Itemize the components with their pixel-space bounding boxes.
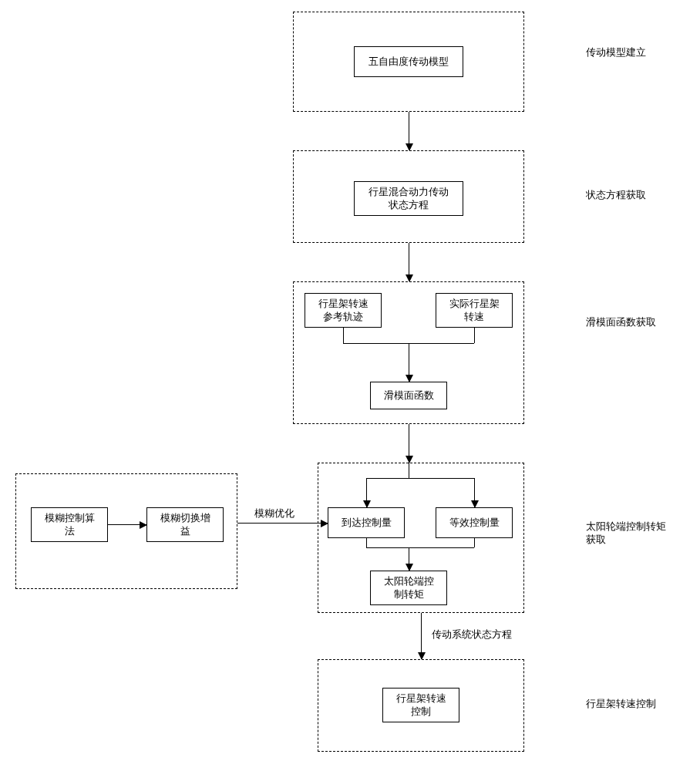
arrow-fuzzy-reach xyxy=(237,523,328,524)
conn-s4-merge-h xyxy=(366,547,474,548)
label-stage1: 传动模型建立 xyxy=(586,46,646,59)
arrow-s3-s4 xyxy=(409,424,409,463)
box-state-equation: 行星混合动力传动 状态方程 xyxy=(354,181,463,216)
arrow-s4-s5 xyxy=(421,613,422,659)
arrow-s4-top-right xyxy=(474,478,475,507)
arrow-s1-s2 xyxy=(409,112,409,150)
box-five-dof-model: 五自由度传动模型 xyxy=(354,46,463,77)
label-stage2: 状态方程获取 xyxy=(586,189,646,202)
conn-s4-right-v xyxy=(474,538,475,547)
arrow-s2-s3 xyxy=(409,243,409,281)
arrow-s4-merge xyxy=(409,547,409,571)
conn-s3-right-v xyxy=(474,328,475,343)
conn-s4-left-v xyxy=(366,538,367,547)
box-fuzzy-algorithm: 模糊控制算 法 xyxy=(31,507,108,542)
label-stage4: 太阳轮端控制转矩 获取 xyxy=(586,520,666,547)
label-stage5: 行星架转速控制 xyxy=(586,698,656,711)
arrow-s4-top-left xyxy=(366,478,367,507)
label-stage3: 滑模面函数获取 xyxy=(586,316,656,329)
box-carrier-speed-control: 行星架转速 控制 xyxy=(382,688,459,722)
label-fuzzy-optimize: 模糊优化 xyxy=(254,507,294,520)
conn-s4-split-v xyxy=(409,463,409,478)
box-sliding-surface: 滑模面函数 xyxy=(370,382,447,409)
conn-s4-split-h xyxy=(366,478,474,479)
box-equivalent-control: 等效控制量 xyxy=(436,507,513,538)
box-fuzzy-gain: 模糊切换增 益 xyxy=(146,507,224,542)
box-reaching-control: 到达控制量 xyxy=(328,507,405,538)
box-sun-torque: 太阳轮端控 制转矩 xyxy=(370,571,447,605)
conn-s3-left-v xyxy=(343,328,344,343)
label-state-eq-side: 传动系统状态方程 xyxy=(432,628,512,641)
box-ref-trajectory: 行星架转速 参考轨迹 xyxy=(305,293,382,328)
box-actual-speed: 实际行星架 转速 xyxy=(436,293,513,328)
arrow-f1-f2 xyxy=(108,524,146,525)
arrow-s3-merge xyxy=(409,343,409,382)
